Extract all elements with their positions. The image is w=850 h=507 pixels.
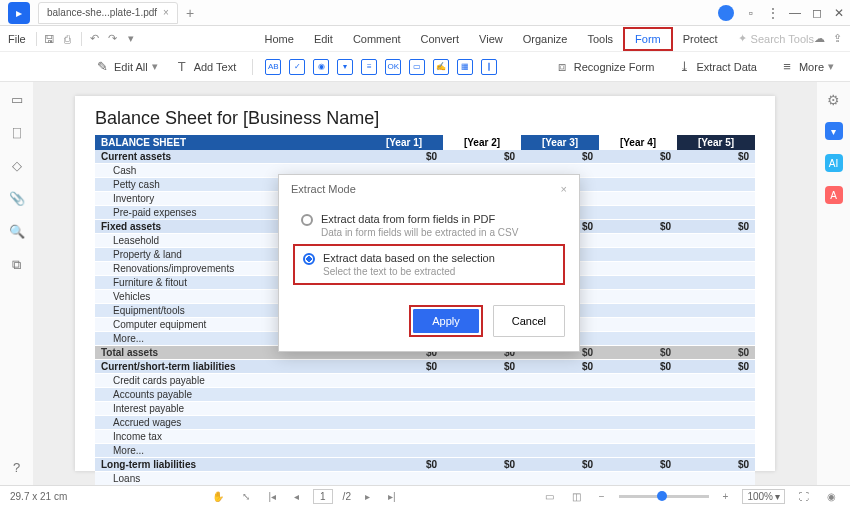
document-tab[interactable]: balance-she...plate-1.pdf ×: [38, 2, 178, 24]
apply-highlight: Apply: [409, 305, 483, 337]
edit-all-button[interactable]: ✎Edit All▾: [90, 57, 162, 77]
search-icon[interactable]: 🔍: [9, 224, 25, 239]
list-icon[interactable]: ≡: [361, 59, 377, 75]
last-page-icon[interactable]: ▸|: [384, 491, 400, 502]
zoom-slider[interactable]: [619, 495, 709, 498]
menu-comment[interactable]: Comment: [343, 29, 411, 49]
apply-button[interactable]: Apply: [413, 309, 479, 333]
recognize-form-button[interactable]: ⧈Recognize Form: [550, 57, 659, 77]
maximize-icon[interactable]: ◻: [806, 6, 828, 20]
right-sidebar: ⚙ ▾ AI A: [816, 82, 850, 485]
redo-icon[interactable]: ↷: [104, 32, 122, 45]
hand-tool-icon[interactable]: ✋: [208, 491, 228, 502]
page-number-input[interactable]: 1: [313, 489, 333, 504]
form-toolbar: ✎Edit All▾ TAdd Text AB ✓ ◉ ▾ ≡ OK ▭ ✍ ▦…: [0, 52, 850, 82]
window-settings-icon[interactable]: ▫: [740, 6, 762, 20]
select-tool-icon[interactable]: ⤡: [238, 491, 254, 502]
radio-icon: [301, 214, 313, 226]
textfield-icon[interactable]: AB: [265, 59, 281, 75]
button-field-icon[interactable]: OK: [385, 59, 401, 75]
help-icon[interactable]: ?: [13, 460, 20, 475]
radio-icon[interactable]: ◉: [313, 59, 329, 75]
extract-data-button[interactable]: ⤓Extract Data: [672, 57, 761, 77]
user-avatar[interactable]: [718, 5, 734, 21]
dialog-close-icon[interactable]: ×: [561, 183, 567, 195]
option-extract-form-fields[interactable]: Extract data from form fields in PDF Dat…: [293, 207, 565, 244]
curr-liab-row: Current/short-term liabilities$0$0$0$0$0: [95, 360, 755, 374]
dropdown-icon[interactable]: ▾: [122, 32, 140, 45]
lt-liab-row: Long-term liabilities$0$0$0$0$0: [95, 458, 755, 472]
zoom-value[interactable]: 100%▾: [742, 489, 785, 504]
bookmark-icon[interactable]: ⎕: [13, 125, 21, 140]
combo-icon[interactable]: ▾: [337, 59, 353, 75]
menu-form[interactable]: Form: [623, 27, 673, 51]
image-field-icon[interactable]: ▭: [409, 59, 425, 75]
close-window-icon[interactable]: ✕: [828, 6, 850, 20]
kebab-icon[interactable]: ⋮: [762, 6, 784, 20]
title-bar: ▸ balance-she...plate-1.pdf × + ▫ ⋮ — ◻ …: [0, 0, 850, 26]
thumbnails-icon[interactable]: ▭: [11, 92, 23, 107]
doc-title: Balance Sheet for [Business Name]: [95, 108, 755, 129]
signature-icon[interactable]: ✍: [433, 59, 449, 75]
cancel-button[interactable]: Cancel: [493, 305, 565, 337]
current-assets-row: Current assets$0$0$0$0$0: [95, 150, 755, 164]
barcode-icon[interactable]: ∥: [481, 59, 497, 75]
minimize-icon[interactable]: —: [784, 6, 806, 20]
dialog-title-bar: Extract Mode ×: [279, 175, 579, 203]
tab-title: balance-she...plate-1.pdf: [47, 7, 157, 18]
menu-home[interactable]: Home: [255, 29, 304, 49]
layers-icon[interactable]: ⧉: [12, 257, 21, 273]
search-tools[interactable]: ✦ Search Tools: [738, 32, 814, 45]
fit-page-icon[interactable]: ◫: [568, 491, 585, 502]
more-icon: ≡: [779, 59, 795, 75]
zoom-in-icon[interactable]: +: [719, 491, 733, 502]
zoom-out-icon[interactable]: −: [595, 491, 609, 502]
attachment-icon[interactable]: 📎: [9, 191, 25, 206]
fullscreen-icon[interactable]: ⛶: [795, 491, 813, 502]
panel-tab-1[interactable]: ▾: [825, 122, 843, 140]
sliders-icon[interactable]: ⚙: [827, 92, 840, 108]
cloud-icon[interactable]: ☁: [814, 32, 825, 45]
option-extract-selection[interactable]: Extract data based on the selection Sele…: [293, 244, 565, 285]
fit-width-icon[interactable]: ▭: [541, 491, 558, 502]
add-text-button[interactable]: TAdd Text: [170, 57, 241, 77]
radio-selected-icon: [303, 253, 315, 265]
page-total: /2: [343, 491, 351, 502]
save-icon[interactable]: 🖫: [41, 33, 59, 45]
reading-mode-icon[interactable]: ◉: [823, 491, 840, 502]
wand-icon: ✦: [738, 32, 747, 45]
text-icon: T: [174, 59, 190, 75]
menu-tools[interactable]: Tools: [577, 29, 623, 49]
new-tab-button[interactable]: +: [186, 5, 194, 21]
file-menu[interactable]: File: [8, 33, 26, 45]
next-page-icon[interactable]: ▸: [361, 491, 374, 502]
left-sidebar: ▭ ⎕ ◇ 📎 🔍 ⧉ ?: [0, 82, 34, 485]
scan-icon: ⧈: [554, 59, 570, 75]
export-icon: ⤓: [676, 59, 692, 75]
menu-protect[interactable]: Protect: [673, 29, 728, 49]
menu-organize[interactable]: Organize: [513, 29, 578, 49]
header-row: BALANCE SHEET [Year 1] [Year 2] [Year 3]…: [95, 135, 755, 150]
share-icon[interactable]: ⇪: [833, 32, 842, 45]
pencil-icon: ✎: [94, 59, 110, 75]
extract-mode-dialog: Extract Mode × Extract data from form fi…: [278, 174, 580, 352]
menu-bar: File 🖫 ⎙ ↶ ↷ ▾ Home Edit Comment Convert…: [0, 26, 850, 52]
menu-view[interactable]: View: [469, 29, 513, 49]
shield-icon[interactable]: ◇: [12, 158, 22, 173]
close-tab-icon[interactable]: ×: [163, 7, 169, 18]
checkbox-icon[interactable]: ✓: [289, 59, 305, 75]
app-icon: ▸: [8, 2, 30, 24]
print-icon[interactable]: ⎙: [59, 33, 77, 45]
more-button[interactable]: ≡More▾: [775, 57, 838, 77]
status-bar: 29.7 x 21 cm ✋ ⤡ |◂ ◂ 1 /2 ▸ ▸| ▭ ◫ − + …: [0, 485, 850, 507]
prev-page-icon[interactable]: ◂: [290, 491, 303, 502]
menu-convert[interactable]: Convert: [411, 29, 470, 49]
menu-edit[interactable]: Edit: [304, 29, 343, 49]
first-page-icon[interactable]: |◂: [264, 491, 280, 502]
date-field-icon[interactable]: ▦: [457, 59, 473, 75]
panel-tab-2[interactable]: AI: [825, 154, 843, 172]
page-dimensions: 29.7 x 21 cm: [10, 491, 67, 502]
undo-icon[interactable]: ↶: [86, 32, 104, 45]
panel-tab-3[interactable]: A: [825, 186, 843, 204]
